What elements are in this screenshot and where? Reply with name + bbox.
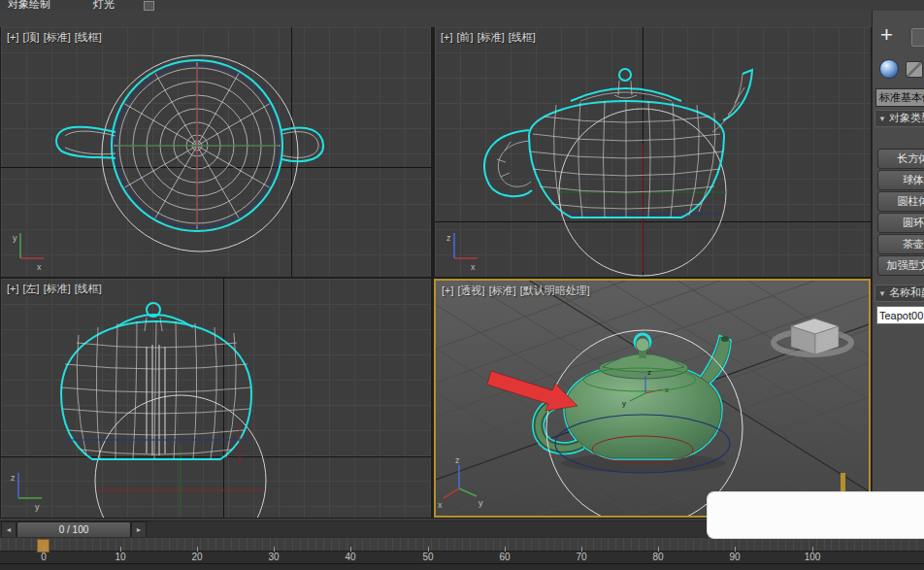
vp-pov-menu[interactable]: [透视]	[458, 285, 485, 296]
viewport-area: y x [+][顶][标准][线框]	[0, 11, 872, 518]
button-torus[interactable]: 圆环	[877, 213, 924, 233]
viewport-canvas-perspective[interactable]: x y z	[436, 281, 869, 516]
grid	[1, 279, 431, 518]
tick-label: 80	[652, 552, 663, 562]
axis-label-y: y	[13, 233, 17, 243]
button-cylinder[interactable]: 圆柱体	[877, 191, 924, 212]
dropdown-value: 标准基本体	[879, 91, 924, 103]
rollout-title: 名称和颜色	[889, 286, 924, 298]
button-sphere[interactable]: 球体	[877, 170, 924, 190]
tick-label: 40	[345, 552, 355, 562]
rollout-title: 对象类型	[889, 112, 924, 123]
rollout-arrow-icon: ▼	[878, 289, 886, 298]
tick-label: 50	[422, 552, 433, 562]
vp-general-menu[interactable]: [+]	[7, 283, 19, 294]
viewport-left[interactable]: z y [+][左][标准][线框]	[1, 279, 431, 518]
panel-extra-icon[interactable]	[911, 28, 924, 47]
axis-label-z: z	[11, 473, 16, 483]
popup-remnant	[707, 491, 924, 539]
tick-label: 60	[499, 552, 510, 562]
gizmo-label-y: y	[622, 399, 626, 408]
tick-label: 10	[115, 552, 125, 562]
tick-label: 70	[576, 552, 586, 562]
axis-label-y: y	[35, 502, 40, 512]
viewport-label-front: [+][前][标准][线框]	[441, 30, 540, 45]
create-tab-icon[interactable]: +	[880, 24, 893, 46]
vp-renderer-menu[interactable]: [标准]	[489, 285, 516, 296]
rollout-arrow-icon: ▼	[878, 115, 886, 123]
vp-shading-menu[interactable]: [线框]	[509, 31, 536, 43]
grid	[435, 27, 871, 277]
viewport-label-perspective: [+][透视][标准][默认明暗处理]	[442, 284, 594, 298]
vp-general-menu[interactable]: [+]	[442, 285, 454, 296]
rollout-object-type[interactable]: ▼对象类型	[874, 110, 924, 127]
axis-label-x: x	[37, 262, 42, 272]
track-bar[interactable]: 0 10 20 30 40 50 60 70 80 90 100	[0, 537, 924, 563]
tick-label: 20	[191, 552, 202, 562]
viewport-canvas-front[interactable]: z x	[435, 27, 871, 277]
viewport-perspective[interactable]: x y z	[434, 279, 871, 518]
axis-label-y: y	[478, 498, 483, 508]
rollout-name-color[interactable]: ▼名称和颜色	[874, 285, 924, 302]
button-text-plus[interactable]: 加强型文本	[877, 255, 924, 276]
tick-label: 0	[41, 552, 47, 562]
vp-pov-menu[interactable]: [前]	[457, 31, 474, 43]
viewport-canvas-left[interactable]: z y	[1, 279, 431, 518]
axis-label-x: x	[438, 500, 443, 510]
button-teapot[interactable]: 茶壶	[877, 234, 924, 254]
tick-label: 30	[268, 552, 279, 562]
viewport-canvas-top[interactable]: y x	[1, 27, 431, 277]
window-icon[interactable]	[144, 1, 154, 11]
geometry-category-icon[interactable]	[879, 59, 899, 79]
tick-label: 90	[729, 552, 740, 562]
tick-label: 100	[805, 552, 821, 562]
command-panel: + 标准基本体 ▼对象类型 长方体 球体 圆柱体 圆环 茶壶 加强型文本 ▼名称…	[872, 11, 924, 518]
vp-pov-menu[interactable]: [左]	[23, 283, 40, 294]
primitive-category-dropdown[interactable]: 标准基本体	[875, 88, 924, 107]
track-bar-band[interactable]	[0, 538, 924, 552]
axis-label-z: z	[455, 455, 460, 465]
gizmo-label-z: z	[647, 368, 651, 377]
vp-renderer-menu[interactable]: [标准]	[44, 283, 71, 294]
vp-shading-menu[interactable]: [默认明暗处理]	[520, 285, 590, 296]
viewport-label-left: [+][左][标准][线框]	[7, 282, 106, 296]
vp-pov-menu[interactable]: [顶]	[23, 31, 40, 43]
3dsmax-window: 对象绘制 灯光	[0, 0, 924, 570]
vp-renderer-menu[interactable]: [标准]	[478, 31, 505, 43]
vp-general-menu[interactable]: [+]	[7, 31, 19, 43]
vp-general-menu[interactable]: [+]	[441, 31, 453, 43]
status-bar	[0, 563, 924, 570]
vp-shading-menu[interactable]: [线框]	[75, 283, 102, 294]
shapes-category-icon[interactable]	[906, 61, 923, 78]
axis-label-z: z	[446, 233, 451, 243]
viewport-top[interactable]: y x [+][顶][标准][线框]	[1, 27, 431, 277]
vp-shading-menu[interactable]: [线框]	[75, 31, 102, 43]
toolbar-strip	[0, 11, 872, 27]
viewport-label-top: [+][顶][标准][线框]	[7, 30, 106, 45]
button-box[interactable]: 长方体	[877, 149, 924, 169]
object-name-field[interactable]	[876, 306, 924, 324]
viewport-front[interactable]: z x [+][前][标准][线框]	[435, 27, 871, 277]
vp-renderer-menu[interactable]: [标准]	[44, 31, 71, 43]
axis-label-x: x	[471, 262, 476, 272]
